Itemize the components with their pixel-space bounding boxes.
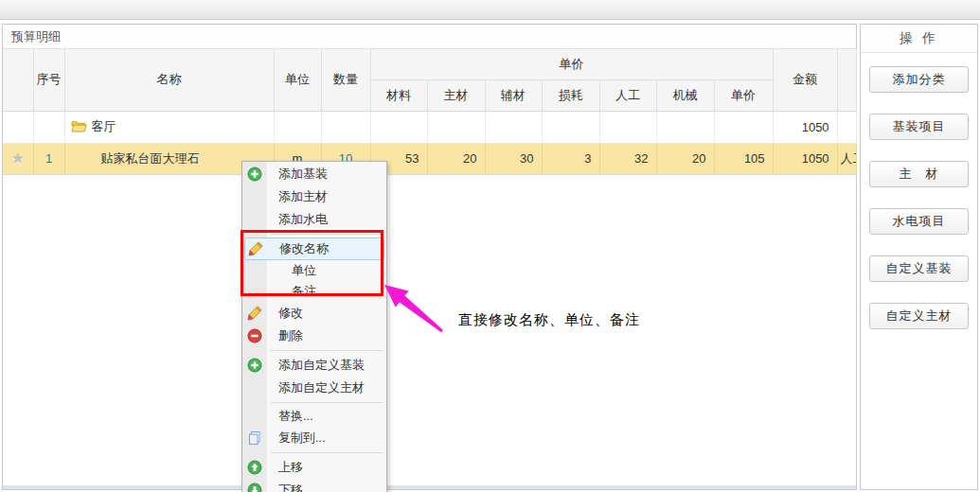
actions-panel: 操 作 添加分类 基装项目 主 材 水电项目 自定义基装 自定义主材 (860, 24, 978, 490)
panel-title: 预算明细 (3, 25, 856, 49)
menu-separator (271, 452, 383, 453)
copy-icon (247, 430, 262, 446)
item-seq: 1 (33, 143, 64, 174)
item-loss: 3 (542, 143, 599, 174)
app-window: 预算明细 序号 名称 单位 数量 单价 金额 材料 主材 (0, 0, 980, 492)
category-amount: 1050 (773, 111, 837, 143)
add-icon (247, 167, 262, 182)
folder-icon (71, 120, 87, 132)
base-project-button[interactable]: 基装项目 (869, 114, 969, 140)
item-labor: 32 (599, 143, 656, 174)
column-header-name[interactable]: 名称 (64, 49, 274, 111)
add-icon (247, 358, 262, 373)
add-category-button[interactable]: 添加分类 (869, 66, 969, 93)
item-note-clipped: 人工 (837, 143, 856, 174)
move-down-icon (247, 483, 262, 492)
budget-grid: 序号 名称 单位 数量 单价 金额 材料 主材 辅材 损耗 人工 机械 单价 (3, 49, 857, 175)
column-header-seq[interactable]: 序号 (33, 49, 64, 111)
move-up-icon (247, 460, 262, 475)
menu-item-replace[interactable]: 替换... (242, 406, 386, 427)
menu-item-move-down[interactable]: 下移 (242, 479, 386, 492)
item-machine: 20 (656, 143, 714, 174)
main-material-button[interactable]: 主 材 (869, 161, 969, 187)
actions-panel-title: 操 作 (861, 25, 977, 53)
column-header-amount[interactable]: 金额 (773, 49, 837, 111)
item-row-selected[interactable]: ★ 1 贴家私台面大理石 m 10 53 20 30 3 32 20 105 1… (3, 143, 856, 174)
column-header-main-material[interactable]: 主材 (427, 79, 485, 111)
pencil-icon (247, 306, 262, 321)
menu-item-copy-to[interactable]: 复制到... (242, 427, 386, 449)
custom-main-material-button[interactable]: 自定义主材 (869, 303, 969, 329)
column-header-machine[interactable]: 机械 (656, 79, 714, 111)
column-header-loss[interactable]: 损耗 (542, 79, 599, 111)
window-title-bar (0, 0, 980, 20)
menu-item-add-base[interactable]: 添加基装 (242, 163, 386, 185)
favorite-star-icon[interactable]: ★ (3, 143, 33, 174)
column-header-price-group: 单价 (370, 49, 773, 79)
column-header-star[interactable] (3, 49, 33, 111)
menu-item-delete[interactable]: 删除 (242, 325, 386, 347)
category-name: 客厅 (92, 119, 116, 133)
item-main-material: 20 (427, 143, 485, 174)
column-header-qty[interactable]: 数量 (321, 49, 370, 111)
menu-item-modify[interactable]: 修改 (242, 302, 386, 325)
menu-item-add-plumbing[interactable]: 添加水电 (242, 208, 386, 231)
item-unit-price: 105 (714, 143, 773, 174)
item-aux-material: 30 (485, 143, 542, 174)
annotation-highlight-box (241, 230, 383, 296)
plumbing-project-button[interactable]: 水电项目 (869, 208, 969, 235)
annotation-text: 直接修改名称、单位、备注 (458, 311, 640, 329)
menu-item-add-custom-main[interactable]: 添加自定义主材 (242, 377, 386, 399)
budget-detail-panel: 预算明细 序号 名称 单位 数量 单价 金额 材料 主材 (2, 24, 857, 490)
menu-item-add-custom-base[interactable]: 添加自定义基装 (242, 354, 386, 377)
delete-icon (247, 328, 262, 343)
menu-separator (271, 350, 383, 351)
category-row[interactable]: 客厅 1050 (3, 111, 856, 143)
column-header-unit-price[interactable]: 单价 (714, 79, 773, 111)
horizontal-scrollbar[interactable] (3, 485, 856, 489)
item-amount: 1050 (773, 143, 837, 174)
menu-item-move-up[interactable]: 上移 (242, 456, 386, 479)
menu-item-add-main[interactable]: 添加主材 (242, 185, 386, 208)
column-header-material[interactable]: 材料 (370, 79, 427, 111)
custom-base-button[interactable]: 自定义基装 (869, 255, 969, 282)
column-header-aux-material[interactable]: 辅材 (485, 79, 542, 111)
context-menu: 添加基装 添加主材 添加水电 修改名称 单位 备注 修改 删除 (241, 161, 387, 492)
column-header-labor[interactable]: 人工 (599, 79, 656, 111)
column-header-clipped (837, 49, 856, 111)
menu-separator (271, 402, 383, 403)
column-header-unit[interactable]: 单位 (274, 49, 321, 111)
